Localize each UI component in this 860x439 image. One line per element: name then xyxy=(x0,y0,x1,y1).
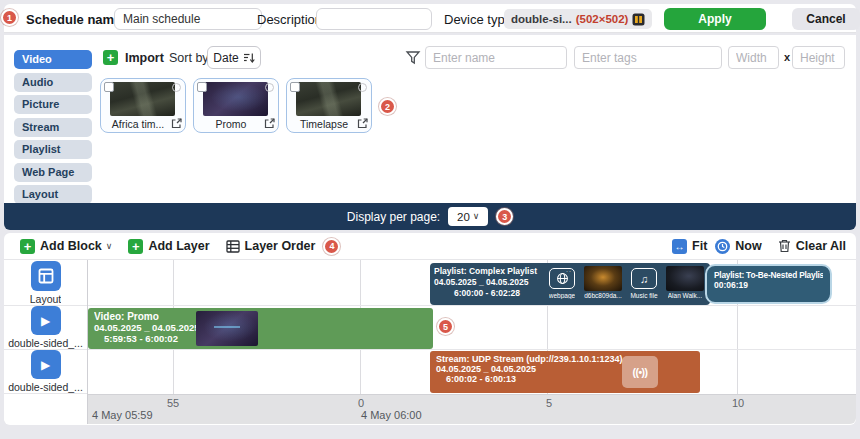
block-times: 5:59:53 - 6:00:02 xyxy=(94,333,427,344)
playlist-item-webpage: ·· webpage xyxy=(543,266,581,302)
dimensions-times-label: x xyxy=(784,51,790,63)
block-title: Video: Promo xyxy=(94,311,427,322)
broadcast-icon: ((•)) xyxy=(622,356,658,388)
row-separator xyxy=(88,305,856,306)
block-video-promo[interactable]: Video: Promo 04.05.2025 _ 04.05.2025 5:5… xyxy=(88,308,433,349)
card-name: Africa tim... xyxy=(105,118,171,130)
filter-height-input[interactable] xyxy=(792,46,845,69)
sidebar-item-layout[interactable]: Layout xyxy=(14,185,92,204)
layer-label: Layout xyxy=(30,293,62,305)
block-complex-playlist[interactable]: Playlist: Complex Playlist 04.05.2025 _ … xyxy=(430,263,710,305)
now-clock-icon[interactable] xyxy=(715,239,730,254)
double-sided-icon xyxy=(632,13,645,26)
layer-row-layout[interactable]: Layout xyxy=(4,260,87,306)
filter-width-input[interactable] xyxy=(728,46,779,69)
fit-button[interactable]: Fit xyxy=(692,239,707,253)
per-page-value: 20 xyxy=(457,211,470,223)
filter-tags-input[interactable] xyxy=(574,46,722,69)
annotation-badge-1: 1 xyxy=(1,9,18,26)
sidebar-item-playlist[interactable]: Playlist xyxy=(14,140,92,159)
video-thumbnail xyxy=(110,82,175,116)
layer-row-side1[interactable]: ▶ double-sided_... xyxy=(4,306,87,350)
layer-order-grid-icon[interactable] xyxy=(226,240,240,253)
import-button[interactable]: Import xyxy=(125,51,164,65)
playlist-item-music: ♫ Music file xyxy=(625,266,663,302)
video-thumbnail xyxy=(296,82,361,116)
timeline-grid[interactable]: Layout ▶ double-sided_... ▶ double-sided… xyxy=(4,260,856,424)
thumb-caption: webpage xyxy=(549,292,575,299)
card-checkbox[interactable] xyxy=(197,82,207,92)
filter-name-input[interactable] xyxy=(425,46,567,69)
sidebar-item-video[interactable]: Video xyxy=(14,50,92,69)
time-axis: 55 0 5 10 4 May 05:59 4 May 06:00 xyxy=(88,394,856,424)
playlist-item-image: d6bc809da... xyxy=(584,266,622,302)
globe-icon: ·· xyxy=(549,268,575,289)
annotation-badge-2: 2 xyxy=(379,98,396,115)
device-type-name: double-si... xyxy=(511,13,572,25)
timeline-panel: + Add Block ∨ + Add Layer Layer Order 4 … xyxy=(4,233,856,425)
sort-by-label: Sort by xyxy=(169,51,209,65)
cancel-button[interactable]: Cancel xyxy=(792,8,860,30)
topbar: Schedule name Description Device type do… xyxy=(4,4,856,33)
trash-icon[interactable] xyxy=(778,239,791,253)
thumb-caption: Music file xyxy=(630,292,657,299)
filter-funnel-icon[interactable] xyxy=(405,50,421,66)
block-udp-stream[interactable]: Stream: UDP Stream (udp://239.1.10.1:123… xyxy=(430,351,700,393)
add-block-plus-icon[interactable]: + xyxy=(20,239,35,254)
add-layer-button[interactable]: Add Layer xyxy=(148,239,209,253)
block-text: Playlist: Complex Playlist 04.05.2025 _ … xyxy=(434,266,540,302)
media-card-timelapse[interactable]: Timelapse xyxy=(286,78,372,133)
block-duration: 00:06:19 xyxy=(714,280,823,290)
add-block-button[interactable]: Add Block xyxy=(40,239,102,253)
card-checkbox[interactable] xyxy=(104,82,114,92)
sidebar-item-picture[interactable]: Picture xyxy=(14,95,92,114)
device-type-value[interactable]: double-si... (502×502) xyxy=(504,9,652,29)
layer-label: double-sided_... xyxy=(8,381,83,393)
sort-descending-icon xyxy=(243,52,255,64)
fit-icon[interactable]: ↔ xyxy=(672,239,687,254)
schedule-editor: Schedule name Description Device type do… xyxy=(0,0,860,439)
sidebar-item-stream[interactable]: Stream xyxy=(14,118,92,137)
schedule-name-input[interactable] xyxy=(114,8,262,30)
open-external-icon[interactable] xyxy=(357,118,368,129)
thumb-caption: Alan Walk... xyxy=(668,292,702,299)
now-button[interactable]: Now xyxy=(735,239,761,253)
device-type-label: Device type xyxy=(444,12,512,27)
device-type-size: (502×502) xyxy=(576,13,629,25)
card-checkbox[interactable] xyxy=(290,82,300,92)
sidebar-item-audio[interactable]: Audio xyxy=(14,73,92,92)
layer-rail: Layout ▶ double-sided_... ▶ double-sided… xyxy=(4,260,88,424)
block-dates: 04.05.2025 _ 04.05.2025 xyxy=(434,277,540,288)
apply-button[interactable]: Apply xyxy=(664,8,766,30)
thumb-caption: d6bc809da... xyxy=(584,292,622,299)
axis-tick: 0 xyxy=(358,397,364,409)
chevron-down-icon: ∨ xyxy=(473,212,480,221)
open-external-icon[interactable] xyxy=(171,118,182,129)
block-title: Playlist: Complex Playlist xyxy=(434,266,540,277)
playlist-item-video: Alan Walk... xyxy=(666,266,704,302)
import-plus-icon[interactable]: + xyxy=(103,50,118,65)
block-times: 6:00:00 - 6:02:28 xyxy=(434,288,540,299)
music-note-icon: ♫ xyxy=(631,268,657,289)
row-separator xyxy=(88,349,856,350)
description-input[interactable] xyxy=(316,8,432,30)
chevron-down-icon[interactable]: ∨ xyxy=(106,241,113,251)
card-name: Promo xyxy=(198,118,264,130)
media-type-sidebar: Video Audio Picture Stream Playlist Web … xyxy=(14,50,92,208)
per-page-select[interactable]: 20 ∨ xyxy=(448,207,488,226)
card-info-icon xyxy=(358,83,367,92)
add-layer-plus-icon[interactable]: + xyxy=(128,239,143,254)
description-label: Description xyxy=(257,12,322,27)
sidebar-item-webpage[interactable]: Web Page xyxy=(14,163,92,182)
card-info-icon xyxy=(172,83,181,92)
layer-order-button[interactable]: Layer Order xyxy=(245,239,316,253)
annotation-badge-3: 3 xyxy=(496,208,513,225)
clear-all-button[interactable]: Clear All xyxy=(796,239,846,253)
block-nested-playlist[interactable]: Playlist: To-Be-Nested Playlist 00:06:19 xyxy=(705,264,832,304)
media-card-africa[interactable]: Africa tim... xyxy=(100,78,186,133)
sort-value-button[interactable]: Date xyxy=(207,46,261,69)
schedule-name-label: Schedule name xyxy=(26,12,121,27)
layer-row-side2[interactable]: ▶ double-sided_... xyxy=(4,350,87,394)
media-card-promo[interactable]: Promo xyxy=(193,78,279,133)
open-external-icon[interactable] xyxy=(264,118,275,129)
